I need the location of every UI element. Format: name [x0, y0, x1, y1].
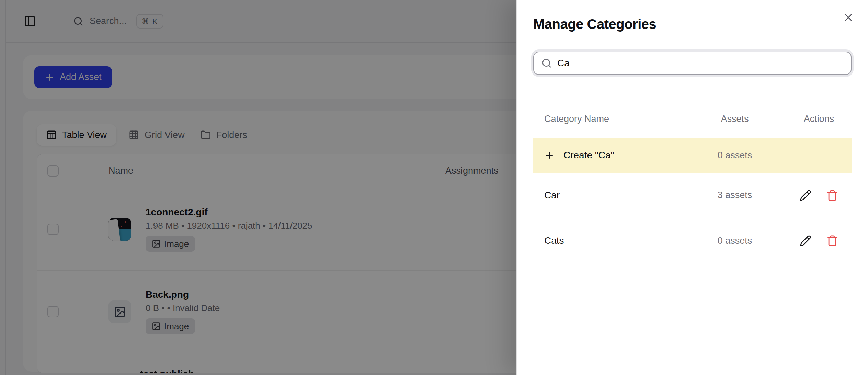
- drawer-title: Manage Categories: [533, 15, 852, 33]
- category-row: Car 3 assets: [533, 173, 852, 218]
- pencil-icon: [800, 235, 811, 247]
- category-name: Cats: [533, 235, 683, 246]
- close-button[interactable]: [841, 10, 856, 25]
- create-category-row[interactable]: Create "Ca" 0 assets: [533, 138, 852, 173]
- manage-categories-drawer: Manage Categories Category Name Assets A…: [516, 0, 868, 375]
- delete-category-button[interactable]: [826, 235, 838, 247]
- close-icon: [843, 12, 854, 23]
- column-assets: Assets: [683, 114, 786, 124]
- edit-category-button[interactable]: [800, 190, 811, 201]
- category-row: Cats 0 assets: [533, 218, 852, 263]
- search-icon: [541, 58, 552, 68]
- plus-icon: [544, 150, 555, 160]
- category-table-header: Category Name Assets Actions: [533, 92, 852, 138]
- edit-category-button[interactable]: [800, 235, 811, 247]
- category-assets-count: 0 assets: [683, 236, 786, 246]
- category-name: Car: [533, 190, 683, 201]
- delete-category-button[interactable]: [826, 190, 838, 201]
- trash-icon: [826, 235, 838, 247]
- category-search-field: [533, 52, 852, 75]
- create-category-assets: 0 assets: [683, 150, 786, 161]
- column-category-name: Category Name: [533, 114, 683, 124]
- create-category-label: Create "Ca": [563, 150, 614, 161]
- category-assets-count: 3 assets: [683, 190, 786, 201]
- category-search-input[interactable]: [557, 58, 843, 69]
- trash-icon: [826, 190, 838, 201]
- pencil-icon: [800, 190, 811, 201]
- column-actions: Actions: [786, 114, 852, 124]
